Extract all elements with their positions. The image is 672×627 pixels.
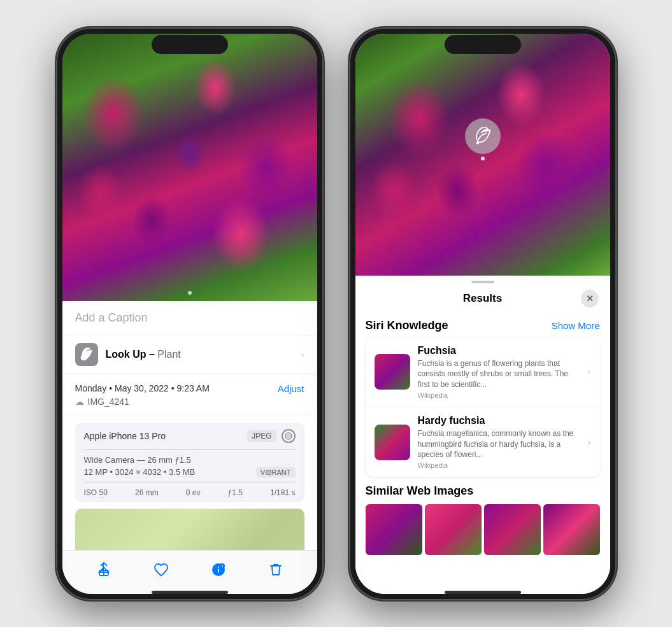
lookup-chevron: › <box>301 349 304 360</box>
phone-2-screen: Results ✕ Siri Knowledge Show More <box>355 34 610 594</box>
date-text: Monday • May 30, 2022 • 9:23 AM <box>75 383 210 393</box>
svg-point-5 <box>218 567 219 568</box>
phone-1: Add a Caption Look Up – Plant › <box>56 27 324 600</box>
file-spec-row: 12 MP • 3024 × 4032 • 3.5 MB VIBRANT <box>84 467 296 477</box>
cloud-icon: ☁ <box>75 397 84 407</box>
hardy-fuchsia-text: Hardy fuchsia Fuchsia magellanica, commo… <box>418 415 580 469</box>
leaf-icon <box>80 348 94 362</box>
ev-value: 0 ev <box>186 488 201 497</box>
photo-1 <box>62 34 317 301</box>
hardy-chevron: › <box>588 437 591 447</box>
results-header: Results ✕ <box>355 283 610 313</box>
siri-knowledge-header: Siri Knowledge Show More <box>366 319 600 332</box>
filename-row: ☁ IMG_4241 <box>75 397 304 407</box>
filename: IMG_4241 <box>88 397 129 407</box>
device-name: Apple iPhone 13 Pro <box>84 431 166 441</box>
web-image-4[interactable] <box>543 504 600 555</box>
hardy-fuchsia-thumb <box>375 425 410 460</box>
iso-value: ISO 50 <box>84 488 108 497</box>
fuchsia-title: Fuchsia <box>418 345 580 356</box>
visual-lookup-dot <box>481 157 485 160</box>
flower-background <box>62 34 317 301</box>
shutter-value: 1/181 s <box>270 488 295 497</box>
focal-value: 26 mm <box>135 488 159 497</box>
share-icon <box>96 562 111 577</box>
fuchsia-desc: Fuchsia is a genus of flowering plants t… <box>418 358 580 390</box>
results-content[interactable]: Siri Knowledge Show More Fuchsia Fuchsia… <box>355 313 610 594</box>
svg-rect-6 <box>218 568 219 572</box>
lens-icon <box>282 429 296 443</box>
home-bar-1 <box>152 591 228 594</box>
format-badges: JPEG <box>247 429 295 443</box>
lookup-row[interactable]: Look Up – Plant › <box>62 335 317 374</box>
svg-point-1 <box>287 435 290 437</box>
hardy-fuchsia-item[interactable]: Hardy fuchsia Fuchsia magellanica, commo… <box>366 407 600 477</box>
lens-spec: Wide Camera — 26 mm ƒ1.5 <box>84 455 296 465</box>
vibrant-badge: VIBRANT <box>256 467 296 477</box>
date-row: Monday • May 30, 2022 • 9:23 AM Adjust <box>75 383 304 394</box>
visual-lookup-leaf-icon <box>474 127 492 145</box>
hardy-fuchsia-source: Wikipedia <box>418 461 580 469</box>
web-images-section: Similar Web Images <box>366 484 600 555</box>
web-image-2[interactable] <box>425 504 482 555</box>
fuchsia-text: Fuchsia Fuchsia is a genus of flowering … <box>418 345 580 399</box>
photo-info-content[interactable]: Add a Caption Look Up – Plant › <box>62 301 317 550</box>
info-button[interactable]: i <box>207 558 230 581</box>
mp-spec: 12 MP • 3024 × 4032 • 3.5 MB <box>84 467 196 477</box>
web-images-row <box>366 504 600 555</box>
heart-icon <box>154 562 169 577</box>
photo-2 <box>355 34 610 276</box>
knowledge-card: Fuchsia Fuchsia is a genus of flowering … <box>366 337 600 477</box>
lookup-icon <box>75 343 98 366</box>
phones-container: Add a Caption Look Up – Plant › <box>56 27 617 600</box>
visual-lookup-button[interactable] <box>465 118 501 154</box>
caption-area[interactable]: Add a Caption <box>62 301 317 335</box>
fuchsia-item[interactable]: Fuchsia Fuchsia is a genus of flowering … <box>366 337 600 407</box>
hardy-fuchsia-title: Hardy fuchsia <box>418 415 580 426</box>
web-images-title: Similar Web Images <box>366 484 600 498</box>
info-icon: i <box>211 562 226 577</box>
web-image-3[interactable] <box>484 504 541 555</box>
results-title: Results <box>385 292 581 305</box>
device-section: Apple iPhone 13 Pro JPEG <box>75 423 304 502</box>
show-more-button[interactable]: Show More <box>552 320 600 331</box>
metadata-section: Monday • May 30, 2022 • 9:23 AM Adjust ☁… <box>62 374 317 416</box>
siri-knowledge-title: Siri Knowledge <box>366 319 448 332</box>
exif-row: ISO 50 26 mm 0 ev ƒ1.5 1/181 s <box>75 483 304 502</box>
camera-specs: Wide Camera — 26 mm ƒ1.5 12 MP • 3024 × … <box>75 450 304 483</box>
caption-placeholder[interactable]: Add a Caption <box>75 311 148 324</box>
flower-background-2 <box>355 34 610 276</box>
web-image-1[interactable] <box>366 504 422 555</box>
fuchsia-source: Wikipedia <box>418 391 580 399</box>
phone-1-screen: Add a Caption Look Up – Plant › <box>62 34 317 594</box>
trash-icon <box>269 562 283 577</box>
home-bar-2 <box>445 591 521 594</box>
device-row: Apple iPhone 13 Pro JPEG <box>75 423 304 449</box>
close-button[interactable]: ✕ <box>581 290 599 307</box>
notch-2 <box>445 35 521 54</box>
svg-point-0 <box>285 433 292 439</box>
format-badge: JPEG <box>247 430 276 442</box>
page-indicator <box>188 291 192 295</box>
lookup-label: Look Up – Plant <box>106 349 294 360</box>
share-button[interactable] <box>92 558 115 581</box>
aperture-value: ƒ1.5 <box>228 488 243 497</box>
photo-toolbar: i <box>62 550 317 594</box>
delete-button[interactable] <box>264 558 287 581</box>
hardy-fuchsia-desc: Fuchsia magellanica, commonly known as t… <box>418 428 580 460</box>
phone-2: Results ✕ Siri Knowledge Show More <box>349 27 617 600</box>
map-thumbnail[interactable] <box>75 509 304 550</box>
adjust-button[interactable]: Adjust <box>278 383 304 394</box>
results-sheet: Results ✕ Siri Knowledge Show More <box>355 276 610 594</box>
fuchsia-thumb <box>375 354 410 390</box>
notch-1 <box>152 35 228 54</box>
fuchsia-chevron: › <box>588 367 591 377</box>
aperture-icon <box>285 432 292 440</box>
like-button[interactable] <box>150 558 173 581</box>
